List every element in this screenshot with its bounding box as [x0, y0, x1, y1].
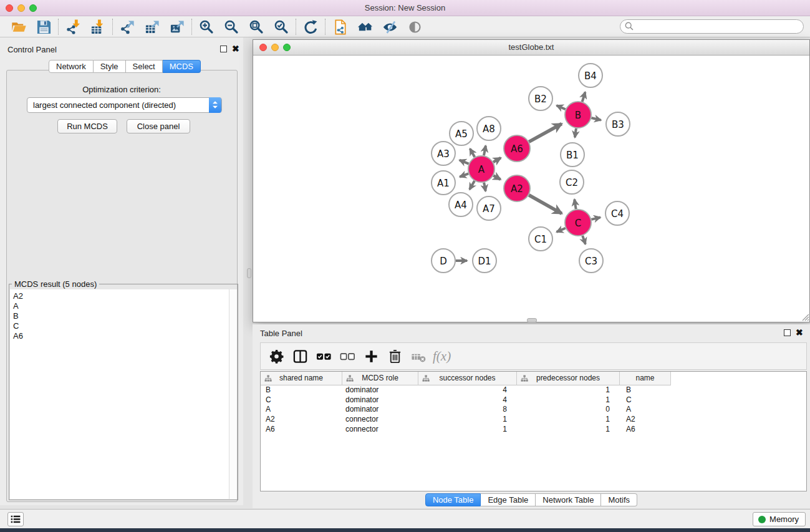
cell-successor-nodes[interactable]: 4 [418, 395, 517, 405]
node-C1[interactable]: C1 [529, 227, 552, 251]
tab-mcds[interactable]: MCDS [163, 60, 201, 73]
node-B1[interactable]: B1 [561, 143, 584, 167]
select-all-columns-icon[interactable] [312, 346, 335, 367]
tab-motifs[interactable]: Motifs [601, 493, 637, 506]
cell-shared-name[interactable]: A2 [261, 415, 342, 425]
import-table-icon[interactable] [85, 17, 110, 36]
import-network-icon[interactable] [60, 17, 85, 36]
new-network-from-file-icon[interactable] [327, 17, 352, 36]
cell-MCDS-role[interactable]: dominator [342, 405, 418, 415]
network-window-titlebar[interactable]: testGlobe.txt [253, 40, 809, 56]
cell-shared-name[interactable]: A6 [261, 425, 342, 435]
cell-shared-name[interactable]: B [261, 385, 342, 395]
zoom-fit-icon[interactable] [244, 17, 269, 36]
cell-MCDS-role[interactable]: connector [342, 415, 418, 425]
result-list-scrollbar[interactable] [229, 289, 237, 499]
edge-C-C2[interactable] [574, 200, 576, 210]
criterion-dropdown[interactable]: largest connected component (directed) [27, 97, 222, 113]
hide-network-icon[interactable] [377, 17, 402, 36]
cell-shared-name[interactable]: C [261, 395, 342, 405]
unselect-all-columns-icon[interactable] [335, 346, 359, 367]
column-header-successor-nodes[interactable]: successor nodes [418, 372, 517, 385]
save-session-icon[interactable] [31, 17, 56, 36]
network-vertical-scrollbar[interactable] [247, 268, 251, 278]
mcds-result-item[interactable]: B [13, 311, 229, 321]
node-A2[interactable]: A2 [504, 175, 530, 201]
network-horizontal-scrollbar[interactable] [527, 318, 537, 322]
float-table-panel-icon[interactable] [784, 329, 791, 336]
edge-A-A6[interactable] [493, 158, 501, 162]
tab-network[interactable]: Network [49, 60, 94, 73]
cell-name[interactable]: A2 [620, 415, 671, 425]
close-panel-button[interactable]: Close panel [127, 119, 190, 133]
float-panel-icon[interactable] [220, 46, 227, 52]
node-A8[interactable]: A8 [477, 117, 501, 140]
edge-B-B1[interactable] [575, 128, 576, 137]
node-A5[interactable]: A5 [450, 122, 473, 145]
tab-style[interactable]: Style [94, 60, 126, 73]
mcds-result-item[interactable]: A2 [13, 291, 229, 301]
column-header-predecessor-nodes[interactable]: predecessor nodes [517, 372, 620, 385]
cell-name[interactable]: C [620, 395, 671, 405]
node-C2[interactable]: C2 [560, 170, 584, 194]
node-B3[interactable]: B3 [606, 112, 630, 136]
edge-C-C4[interactable] [591, 217, 600, 219]
cell-predecessor-nodes[interactable]: 1 [517, 415, 620, 425]
cell-successor-nodes[interactable]: 8 [418, 405, 517, 415]
window-resize-grip[interactable] [801, 312, 810, 322]
cell-predecessor-nodes[interactable]: 1 [517, 425, 620, 435]
edge-A-A4[interactable] [470, 181, 475, 190]
table-row[interactable]: A2connector11A2 [261, 415, 806, 425]
settings-gear-icon[interactable] [264, 346, 288, 367]
edge-B-B4[interactable] [582, 92, 586, 102]
cell-name[interactable]: A [620, 405, 671, 415]
table-row[interactable]: A6connector11A6 [261, 425, 806, 435]
node-A[interactable]: A [468, 156, 494, 182]
network-canvas[interactable]: AA6A2BCA5A8A3A1A4A7B2B4B3B1C2C4C1C3DD1 [253, 56, 809, 322]
edge-A2-C[interactable] [529, 195, 562, 214]
refresh-view-icon[interactable] [298, 17, 323, 36]
edge-A-A7[interactable] [484, 183, 486, 191]
tab-edge-table[interactable]: Edge Table [481, 493, 536, 506]
edge-A-A5[interactable] [470, 148, 475, 157]
table-row[interactable]: Bdominator41B [261, 385, 806, 395]
cell-name[interactable]: B [620, 385, 671, 395]
node-A1[interactable]: A1 [432, 171, 455, 195]
column-header-MCDS-role[interactable]: MCDS role [342, 372, 418, 385]
cell-successor-nodes[interactable]: 4 [418, 385, 517, 395]
table-row[interactable]: Adominator80A [261, 405, 806, 415]
node-D1[interactable]: D1 [473, 249, 496, 273]
tab-node-table[interactable]: Node Table [425, 493, 481, 506]
cell-shared-name[interactable]: A [261, 405, 342, 415]
cell-MCDS-role[interactable]: connector [342, 425, 418, 435]
node-A4[interactable]: A4 [449, 193, 473, 216]
export-network-icon[interactable] [115, 17, 140, 36]
edge-C-C3[interactable] [582, 236, 586, 244]
edge-A-A2[interactable] [493, 176, 500, 180]
close-panel-icon[interactable]: ✖ [232, 46, 239, 52]
node-A3[interactable]: A3 [432, 142, 455, 165]
cell-MCDS-role[interactable]: dominator [342, 395, 418, 405]
column-header-shared-name[interactable]: shared name [261, 372, 342, 385]
zoom-selected-icon[interactable] [269, 17, 294, 36]
memory-button[interactable]: Memory [753, 512, 806, 526]
edge-A6-B[interactable] [529, 123, 561, 142]
edge-A-A8[interactable] [484, 146, 486, 156]
open-session-icon[interactable] [6, 17, 31, 36]
mcds-result-item[interactable]: A [13, 301, 229, 311]
cell-predecessor-nodes[interactable]: 1 [517, 385, 620, 395]
home-icon[interactable] [352, 17, 377, 36]
split-pane-icon[interactable] [288, 346, 312, 367]
export-image-icon[interactable] [165, 17, 190, 36]
task-history-button[interactable] [7, 512, 24, 526]
node-C4[interactable]: C4 [605, 201, 629, 225]
cell-name[interactable]: A6 [620, 425, 671, 435]
node-B4[interactable]: B4 [579, 64, 602, 87]
node-C[interactable]: C [565, 210, 591, 236]
edge-B-B3[interactable] [591, 118, 600, 120]
column-header-name[interactable]: name [620, 372, 671, 385]
search-input[interactable] [620, 19, 804, 34]
show-network-icon[interactable] [402, 17, 427, 36]
zoom-in-icon[interactable] [194, 17, 219, 36]
edge-A-A3[interactable] [460, 160, 469, 164]
